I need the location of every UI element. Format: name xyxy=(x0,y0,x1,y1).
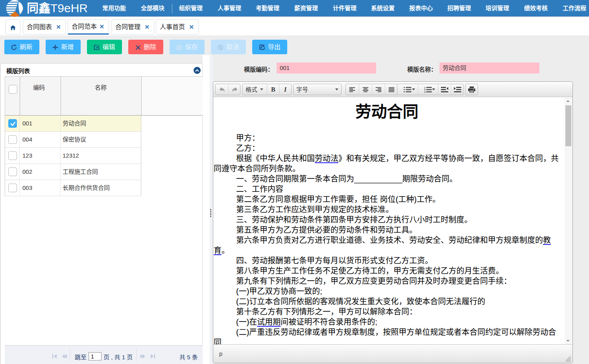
svg-text:3: 3 xyxy=(424,91,426,93)
